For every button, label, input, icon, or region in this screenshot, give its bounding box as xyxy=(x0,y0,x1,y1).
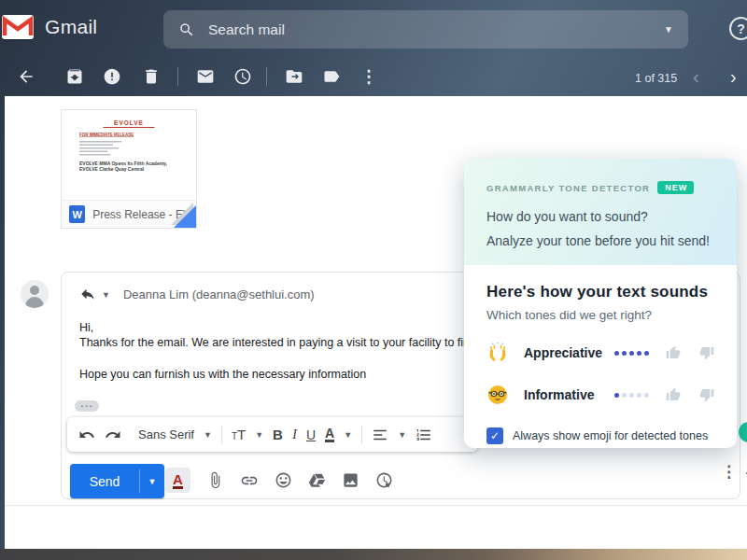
compose-body-line[interactable]: Hope you can furnish us with the necessa… xyxy=(79,368,366,381)
font-family-select[interactable]: Sans Serif xyxy=(138,427,194,441)
font-size-button[interactable]: TT xyxy=(232,427,246,443)
reply-icon[interactable] xyxy=(79,286,96,302)
toolbar-divider xyxy=(177,67,178,86)
redo-icon[interactable] xyxy=(105,427,121,443)
attachment-card[interactable]: EVOLVE FOR IMMEDIATE RELEASE EVOLVE MMA … xyxy=(61,109,197,229)
insert-photo-icon[interactable] xyxy=(342,471,359,489)
nerd-face-emoji xyxy=(486,384,509,406)
toolbar-divider xyxy=(221,426,222,444)
font-size-caret-icon[interactable]: ▼ xyxy=(255,430,263,440)
gmail-logo[interactable]: Gmail xyxy=(2,15,97,39)
tone-score-dots xyxy=(614,393,649,398)
formatting-options-button[interactable]: A xyxy=(165,468,190,493)
search-input[interactable]: Search mail xyxy=(208,21,664,38)
more-send-options-icon[interactable]: ⋮ xyxy=(721,469,734,476)
grammarly-headline: Analyze your tone before you hit send! xyxy=(486,229,724,253)
mark-unread-icon[interactable] xyxy=(194,65,217,88)
avatar xyxy=(21,280,49,308)
text-color-caret-icon[interactable]: ▼ xyxy=(344,430,352,440)
app-title: Gmail xyxy=(45,16,97,38)
report-spam-icon[interactable] xyxy=(101,65,123,88)
thumbs-down-icon[interactable] xyxy=(699,387,714,402)
compose-body-line[interactable]: Thanks for the email. We are interested … xyxy=(79,336,476,349)
more-options-icon[interactable]: ⋮ xyxy=(358,65,380,88)
toolbar-divider xyxy=(361,426,362,444)
search-options-caret-icon[interactable]: ▼ xyxy=(664,24,673,35)
bold-button[interactable]: B xyxy=(273,427,283,442)
back-arrow-icon[interactable] xyxy=(15,65,37,88)
text-color-button[interactable]: A xyxy=(325,427,334,442)
tone-name: Appreciative xyxy=(524,345,614,360)
raising-hands-emoji xyxy=(486,342,509,364)
insert-emoji-icon[interactable] xyxy=(275,471,292,489)
discard-draft-icon[interactable] xyxy=(742,469,747,488)
search-bar[interactable]: Search mail ▼ xyxy=(163,10,688,49)
attach-file-icon[interactable] xyxy=(206,471,224,489)
compose-body-line[interactable]: Hi, xyxy=(79,321,93,334)
snooze-icon[interactable] xyxy=(232,65,254,88)
grammarly-brand-label: GRAMMARLY TONE DETECTOR xyxy=(486,183,650,193)
font-family-caret-icon[interactable]: ▼ xyxy=(204,430,212,440)
doc-heading: FOR IMMEDIATE RELEASE xyxy=(79,133,196,137)
thumbs-down-icon[interactable] xyxy=(699,345,714,360)
tone-row-informative: Informative xyxy=(486,384,714,406)
align-icon[interactable] xyxy=(372,427,388,443)
always-show-emoji-checkbox[interactable]: ✓ xyxy=(486,427,503,444)
desktop-background-strip xyxy=(0,549,747,560)
confidential-mode-icon[interactable] xyxy=(375,471,393,489)
word-file-icon: W xyxy=(69,205,85,223)
send-label[interactable]: Send xyxy=(70,464,139,498)
google-drive-icon[interactable] xyxy=(308,471,326,489)
content-divider xyxy=(5,505,747,506)
new-badge: NEW xyxy=(657,181,694,194)
underline-button[interactable]: U xyxy=(306,427,316,442)
gmail-envelope-icon xyxy=(2,15,34,39)
doc-address-lines xyxy=(62,141,196,156)
grammarly-popup-header: GRAMMARLY TONE DETECTOR NEW How do you w… xyxy=(464,159,737,265)
help-icon[interactable]: ? xyxy=(729,17,747,40)
formatting-toolbar: Sans Serif ▼ TT ▼ B I U A ▼ ▼ xyxy=(67,417,478,452)
grammarly-headline: How do you want to sound? xyxy=(486,204,724,229)
tone-score-dots xyxy=(614,351,649,356)
reply-type-caret-icon[interactable]: ▼ xyxy=(102,290,110,300)
thumbs-up-icon[interactable] xyxy=(666,387,681,402)
send-options-caret-icon[interactable]: ▼ xyxy=(140,464,164,498)
italic-button[interactable]: I xyxy=(292,427,297,442)
labels-icon[interactable] xyxy=(320,65,343,88)
grammarly-tone-detector-popup: GRAMMARLY TONE DETECTOR NEW How do you w… xyxy=(464,159,737,448)
pagination-label: 1 of 315 xyxy=(635,72,677,85)
archive-icon[interactable] xyxy=(63,65,86,88)
thumbs-up-icon[interactable] xyxy=(666,345,681,360)
delete-icon[interactable] xyxy=(140,65,162,88)
attachment-doc-preview: EVOLVE FOR IMMEDIATE RELEASE EVOLVE MMA … xyxy=(62,110,196,202)
undo-icon[interactable] xyxy=(78,427,95,443)
tone-results-subtitle: Which tones did we get right? xyxy=(486,308,714,322)
align-caret-icon[interactable]: ▼ xyxy=(398,430,406,440)
older-chevron-icon[interactable]: › xyxy=(730,66,737,88)
numbered-list-icon[interactable] xyxy=(416,427,432,443)
tone-row-appreciative: Appreciative xyxy=(486,342,714,364)
tone-name: Informative xyxy=(524,387,614,402)
toolbar-divider xyxy=(266,67,267,86)
recipient-label[interactable]: Deanna Lim (deanna@sethlui.com) xyxy=(123,287,315,301)
send-button[interactable]: Send ▼ xyxy=(70,464,164,498)
checkbox-label: Always show emoji for detected tones xyxy=(513,429,708,442)
newer-chevron-icon[interactable]: ‹ xyxy=(693,66,699,88)
doc-logo: EVOLVE xyxy=(104,119,155,128)
fold-corner-icon xyxy=(174,205,196,228)
insert-link-icon[interactable] xyxy=(240,471,259,490)
move-to-folder-icon[interactable] xyxy=(283,65,305,88)
search-icon xyxy=(178,21,195,38)
doc-title: EVOLVE MMA Opens Its Fifth Academy, EVOL… xyxy=(79,161,178,173)
tone-results-title: Here's how your text sounds xyxy=(486,283,714,301)
show-trimmed-content-button[interactable]: ... xyxy=(75,400,99,412)
